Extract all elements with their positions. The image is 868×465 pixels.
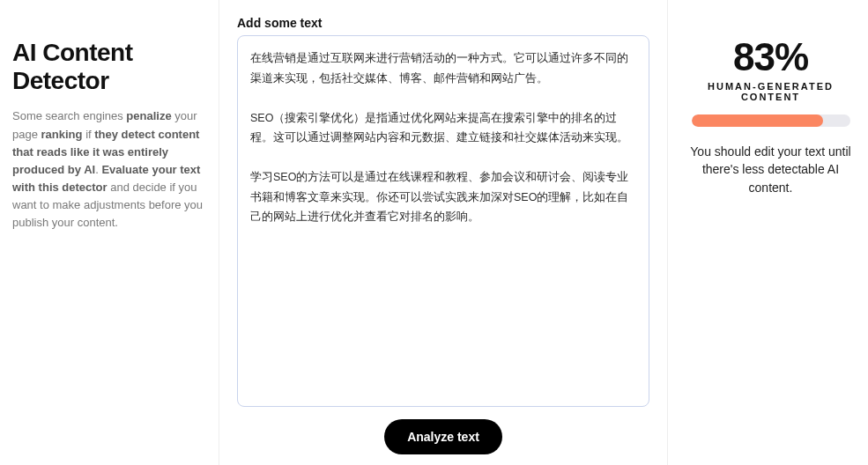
info-panel: AI Content Detector Some search engines … (0, 0, 219, 465)
score-bar-fill (692, 114, 823, 127)
score-value: 83% (679, 35, 863, 79)
description: Some search engines penalize your page r… (12, 107, 210, 232)
page-title: AI Content Detector (12, 39, 210, 95)
analyze-wrap: Analyze text (237, 407, 649, 454)
score-bar (692, 114, 850, 127)
input-label: Add some text (237, 16, 649, 30)
analyze-button[interactable]: Analyze text (384, 419, 502, 454)
content-textarea[interactable] (237, 35, 649, 407)
advice-text: You should edit your text until there's … (679, 143, 863, 196)
input-panel: Add some text Analyze text (219, 0, 668, 465)
result-panel: 83% HUMAN-GENERATED CONTENT You should e… (668, 0, 868, 465)
score-label: HUMAN-GENERATED CONTENT (679, 81, 863, 102)
